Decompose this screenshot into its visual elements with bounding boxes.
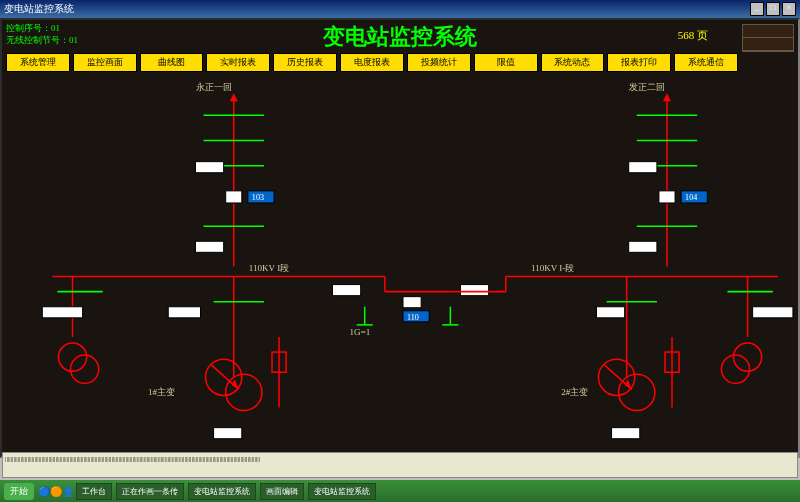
svg-point-52 [598, 359, 634, 395]
system-title: 变电站监控系统 [323, 22, 477, 52]
svg-marker-45 [232, 379, 239, 389]
status-line1: 控制序号：01 [6, 22, 78, 34]
svg-point-37 [58, 343, 86, 371]
single-line-diagram[interactable]: 永正一回 1024 103 1031 110KV I段 1001 110 1G=… [2, 75, 798, 458]
label-trans-left: 1#主变 [148, 387, 175, 397]
svg-point-43 [226, 374, 262, 410]
sw-110611[interactable]: 110611 [170, 309, 194, 318]
main-canvas: 控制序号：01 无线控制节号：01 变电站监控系统 568 页 系统管理 监控画… [0, 18, 800, 458]
svg-rect-6 [226, 191, 242, 203]
svg-point-53 [619, 374, 655, 410]
window-title: 变电站监控系统 [4, 2, 74, 16]
menu-stats[interactable]: 投频统计 [407, 53, 471, 72]
svg-point-62 [733, 343, 761, 371]
menu-limits[interactable]: 限值 [474, 53, 538, 72]
status-line2: 无线控制节号：01 [6, 34, 78, 46]
menu-history[interactable]: 历史报表 [273, 53, 337, 72]
start-button[interactable]: 开始 [4, 483, 34, 500]
sw-1029[interactable]: 1029 [631, 164, 647, 173]
task-item-1[interactable]: 正在作画一条传 [116, 483, 184, 500]
task-item-4[interactable]: 变电站监控系统 [308, 483, 376, 500]
status-readout: 控制序号：01 无线控制节号：01 [6, 22, 78, 46]
sw-110[interactable]: 110 [407, 313, 419, 322]
menu-dynamic[interactable]: 系统动态 [541, 53, 605, 72]
sw-1041[interactable]: 1041 [631, 243, 647, 252]
sw-1024[interactable]: 1024 [197, 164, 213, 173]
sw-1031[interactable]: 1031 [197, 243, 213, 252]
sw-010011r[interactable]: 0100110 [755, 309, 783, 318]
svg-rect-29 [659, 191, 675, 203]
label-gnd: 1G=1 [350, 327, 371, 337]
indicator-panel [742, 24, 794, 52]
sw-104[interactable]: 104 [685, 193, 697, 202]
sw-103[interactable]: 103 [252, 193, 264, 202]
svg-marker-1 [230, 93, 238, 101]
taskbar: 开始 🔵🟠👤 工作台 正在作画一条传 变电站监控系统 画面编辑 变电站监控系统 [0, 480, 800, 502]
menu-curve[interactable]: 曲线图 [140, 53, 204, 72]
label-bus-left: 110KV I段 [249, 263, 289, 273]
label-trans-right: 2#主变 [561, 387, 588, 397]
label-feeder-left: 永正一回 [196, 82, 232, 92]
close-button[interactable]: × [782, 2, 796, 16]
sw-1110[interactable]: 1110 [216, 430, 232, 439]
svg-point-42 [206, 359, 242, 395]
minimize-button[interactable]: _ [750, 2, 764, 16]
maximize-button[interactable]: □ [766, 2, 780, 16]
menu-monitor[interactable]: 监控画面 [73, 53, 137, 72]
svg-marker-55 [625, 379, 632, 389]
sw-010011l[interactable]: 0100110 [44, 309, 72, 318]
label-feeder-right: 发正二回 [629, 82, 665, 92]
sw-1001l[interactable]: 1001 [334, 287, 350, 296]
menu-print[interactable]: 报表打印 [607, 53, 671, 72]
svg-rect-14 [403, 297, 421, 308]
task-item-0[interactable]: 工作台 [76, 483, 112, 500]
svg-point-63 [721, 355, 749, 383]
window-titlebar: 变电站监控系统 _ □ × [0, 0, 800, 18]
sw-1021b[interactable]: 1021 [614, 430, 630, 439]
task-item-3[interactable]: 画面编辑 [260, 483, 304, 500]
menu-comm[interactable]: 系统通信 [674, 53, 738, 72]
svg-marker-24 [663, 93, 671, 101]
menu-energy[interactable]: 电度报表 [340, 53, 404, 72]
menu-bar: 系统管理 监控画面 曲线图 实时报表 历史报表 电度报表 投频统计 限值 系统动… [6, 53, 738, 72]
label-bus-right: 110KV I-段 [531, 263, 574, 273]
sw-1021[interactable]: 1021 [598, 309, 614, 318]
page-indicator: 568 页 [678, 28, 708, 43]
task-item-2[interactable]: 变电站监控系统 [188, 483, 256, 500]
menu-system[interactable]: 系统管理 [6, 53, 70, 72]
menu-realtime[interactable]: 实时报表 [206, 53, 270, 72]
svg-point-38 [71, 355, 99, 383]
alarm-ticker: ||||||||||||||||||||||||||||||||||||||||… [2, 452, 798, 478]
